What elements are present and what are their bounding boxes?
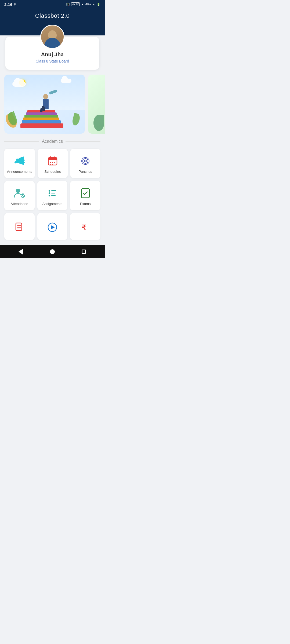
volte-icon: VoLTE	[71, 2, 80, 6]
grid-item-fees[interactable]: ₹	[70, 213, 100, 240]
exams-icon	[79, 187, 91, 199]
status-bar: 2:16 ⬇ 📳 VoLTE ▲ 4G+ ▲ 🔋	[0, 0, 105, 9]
grid-item-video[interactable]	[37, 213, 68, 240]
status-time: 2:16 ⬇	[4, 2, 16, 7]
banner-section	[4, 75, 105, 134]
home-icon	[50, 249, 55, 254]
books-stack	[20, 104, 69, 128]
banner-card-2[interactable]	[88, 75, 105, 134]
grid-item-announcements[interactable]: Announcements	[4, 149, 35, 178]
svg-point-12	[50, 164, 51, 165]
svg-point-20	[49, 190, 50, 192]
profile-class: Class 8 State Board	[11, 59, 94, 63]
calendar-icon	[47, 155, 59, 167]
section-header: Academics	[4, 139, 100, 144]
banner-2-decoration	[93, 115, 104, 131]
nav-back-button[interactable]	[15, 246, 27, 258]
banner-card-1[interactable]	[4, 75, 85, 134]
grid-item-assignments[interactable]: Assignments	[37, 181, 68, 210]
svg-rect-23	[51, 193, 55, 193]
rupee-icon: ₹	[79, 221, 91, 233]
svg-point-17	[85, 160, 86, 161]
svg-rect-0	[16, 159, 19, 163]
leaf-right	[71, 113, 81, 126]
schedules-label: Schedules	[45, 170, 61, 174]
person-head	[43, 94, 48, 99]
recent-icon	[82, 250, 86, 254]
megaphone-icon	[14, 155, 26, 167]
fingerprint-icon	[79, 155, 91, 167]
attendance-icon	[13, 187, 25, 199]
announcements-label: Announcements	[7, 170, 32, 174]
academics-section: Academics Announcements	[0, 134, 105, 240]
assignments-icon	[46, 187, 58, 199]
back-icon	[19, 248, 23, 255]
download-icon: ⬇	[13, 2, 16, 6]
svg-point-11	[54, 162, 55, 163]
grid-item-schedules[interactable]: Schedules	[38, 149, 68, 178]
banner-track	[4, 75, 105, 134]
cloud-2	[61, 79, 71, 83]
academics-title: Academics	[42, 139, 63, 144]
grid-item-attendance[interactable]: Attendance	[4, 181, 35, 210]
svg-point-10	[52, 162, 53, 163]
avatar	[40, 25, 64, 49]
svg-rect-27	[16, 223, 22, 230]
grid-row-1: Announcements Schedules	[4, 149, 100, 178]
svg-point-2	[15, 161, 17, 163]
svg-text:₹: ₹	[82, 224, 86, 232]
svg-rect-21	[51, 190, 56, 191]
grid-item-documents[interactable]	[4, 213, 35, 240]
attendance-label: Attendance	[10, 202, 28, 206]
section-line-right	[66, 141, 100, 142]
grid-item-exams[interactable]: Exams	[70, 181, 100, 210]
section-line-left	[4, 141, 39, 142]
punches-label: Punches	[79, 170, 92, 174]
person-figure	[39, 90, 52, 109]
assignments-label: Assignments	[42, 202, 62, 206]
grid-item-punches[interactable]: Punches	[70, 149, 100, 178]
banner-illustration	[4, 75, 85, 134]
battery-icon: 🔋	[97, 3, 100, 6]
profile-card-wrapper: Anuj Jha Class 8 State Board	[5, 25, 99, 70]
grid-row-3: ₹	[4, 213, 100, 240]
svg-point-13	[52, 164, 53, 165]
play-icon	[46, 221, 58, 233]
book-1	[20, 123, 63, 128]
status-icons: 📳 VoLTE ▲ 4G+ ▲ 🔋	[66, 2, 100, 6]
svg-rect-8	[48, 159, 57, 160]
profile-name: Anuj Jha	[11, 52, 94, 58]
vibrate-icon: 📳	[66, 3, 70, 6]
nav-home-button[interactable]	[46, 246, 58, 258]
grid-row-2: Attendance Assignments	[4, 181, 100, 210]
app-title: Classbot 2.0	[0, 12, 105, 19]
svg-point-22	[49, 192, 50, 194]
exams-label: Exams	[80, 202, 91, 206]
avatar-image	[41, 25, 64, 48]
svg-rect-25	[51, 195, 56, 196]
document-icon	[13, 221, 25, 233]
wifi-icon: ▲	[81, 3, 84, 6]
svg-point-18	[16, 189, 20, 193]
network-label: 4G+	[85, 3, 91, 6]
nav-recent-button[interactable]	[78, 246, 90, 258]
cloud-1	[12, 81, 26, 87]
svg-point-24	[49, 195, 50, 196]
signal-icon: ▲	[92, 3, 95, 6]
svg-point-9	[50, 162, 51, 163]
navigation-bar	[0, 245, 105, 258]
svg-marker-1	[19, 156, 24, 165]
